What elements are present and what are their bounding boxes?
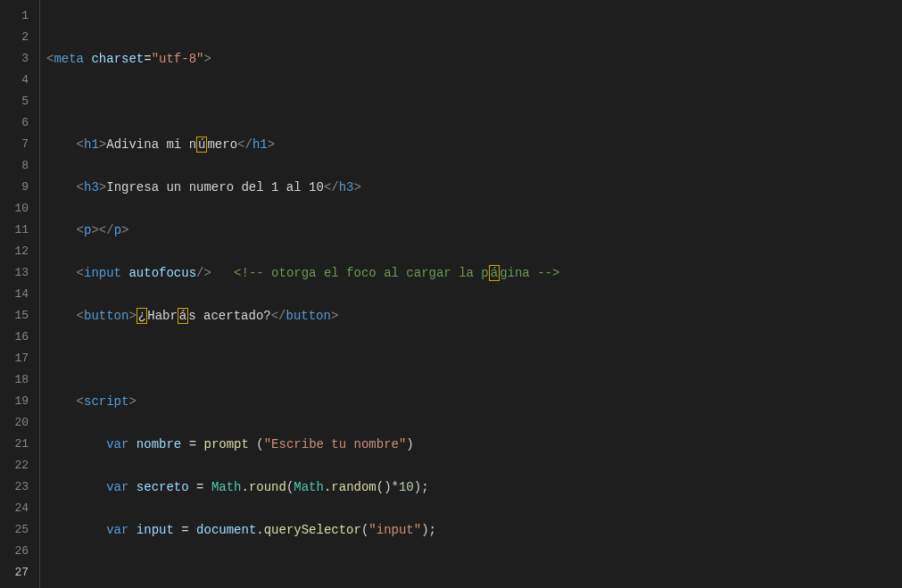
line-gutter[interactable]: 1234567891011121314151617181920212223242… xyxy=(0,0,39,588)
kw-var: var xyxy=(106,437,128,451)
line-number[interactable]: 10 xyxy=(0,198,39,219)
attr-autofocus: autofocus xyxy=(128,266,196,280)
line-number[interactable]: 13 xyxy=(0,262,39,284)
line-number[interactable]: 24 xyxy=(0,498,39,519)
text-content: Adivina mi n xyxy=(106,137,196,152)
text-content: s acertado? xyxy=(188,309,270,323)
text-content: Ingresa un numero del 1 al 10 xyxy=(106,180,324,195)
tag-input: input xyxy=(84,266,121,280)
line-number[interactable]: 6 xyxy=(0,112,39,134)
string: "Escribe tu nombre" xyxy=(264,437,407,451)
comment: <!-- xyxy=(234,266,271,280)
tag-h3: h3 xyxy=(84,180,99,195)
line-number[interactable]: 4 xyxy=(0,70,39,91)
line-number[interactable]: 22 xyxy=(0,455,39,476)
warn-char-icon: á xyxy=(178,308,188,324)
line-number[interactable]: 26 xyxy=(0,541,39,562)
fn-prompt: prompt xyxy=(203,437,248,451)
line-number[interactable]: 11 xyxy=(0,219,39,241)
line-number[interactable]: 17 xyxy=(0,348,39,369)
num-10: 10 xyxy=(399,480,414,494)
fn-queryselector: querySelector xyxy=(264,523,361,537)
line-number[interactable]: 14 xyxy=(0,284,39,305)
line-number[interactable]: 25 xyxy=(0,519,39,541)
code-editor[interactable]: 1234567891011121314151617181920212223242… xyxy=(0,0,902,588)
line-number[interactable]: 18 xyxy=(0,369,39,391)
id-document: document xyxy=(196,523,256,537)
line-number[interactable]: 27 xyxy=(0,562,39,584)
line-number[interactable]: 15 xyxy=(0,305,39,327)
line-number[interactable]: 23 xyxy=(0,476,39,498)
line-number[interactable]: 7 xyxy=(0,134,39,155)
tag-button: button xyxy=(84,309,128,323)
string: "input" xyxy=(368,523,421,537)
line-number[interactable]: 20 xyxy=(0,412,39,434)
tag-meta: meta xyxy=(54,52,84,66)
id-input: input xyxy=(137,523,174,537)
line-number[interactable]: 16 xyxy=(0,327,39,348)
line-number[interactable]: 1 xyxy=(0,5,39,27)
fn-round: round xyxy=(249,480,286,494)
warn-char-icon: ú xyxy=(196,137,207,153)
warn-char-icon: á xyxy=(489,265,500,281)
id-nombre: nombre xyxy=(137,437,181,451)
line-number[interactable]: 8 xyxy=(0,155,39,177)
attr-charset: charset xyxy=(91,52,144,66)
fn-random: random xyxy=(331,480,376,494)
warn-char-icon: ¿ xyxy=(137,308,147,324)
line-number[interactable]: 2 xyxy=(0,27,39,48)
line-number[interactable]: 12 xyxy=(0,241,39,262)
tag-h1: h1 xyxy=(84,137,99,152)
id-secreto: secreto xyxy=(137,480,189,494)
line-number[interactable]: 19 xyxy=(0,391,39,412)
line-number[interactable]: 21 xyxy=(0,434,39,455)
code-area[interactable]: <meta charset="utf-8"> <h1>Adivina mi nú… xyxy=(39,0,902,588)
line-number[interactable]: 5 xyxy=(0,91,39,112)
line-number[interactable]: 9 xyxy=(0,177,39,198)
str-utf8: utf-8 xyxy=(159,52,196,66)
line-number[interactable]: 3 xyxy=(0,48,39,70)
cls-math: Math xyxy=(211,480,242,494)
tag-script: script xyxy=(84,394,128,409)
